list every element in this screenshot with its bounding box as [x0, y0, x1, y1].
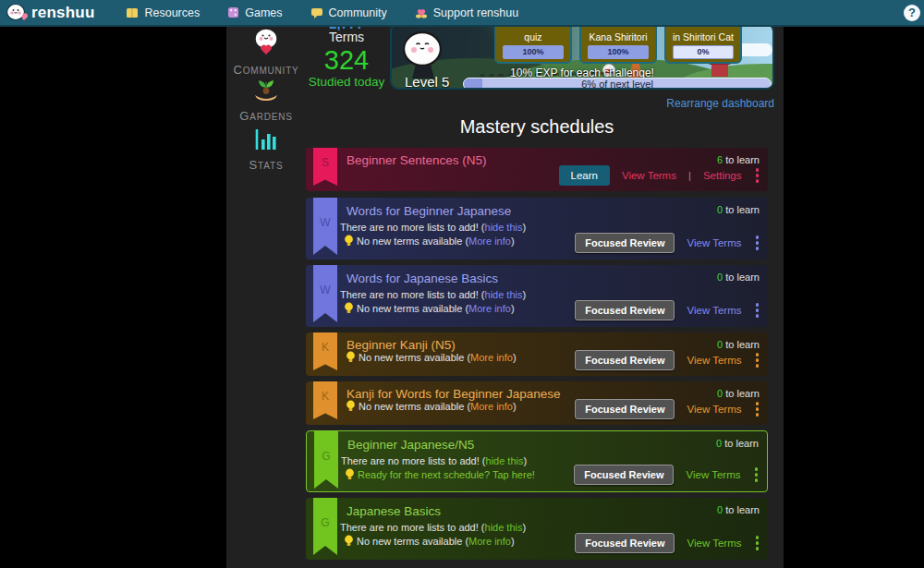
lightbulb-icon [344, 535, 354, 547]
to-learn-count: 0 to learn [717, 339, 760, 350]
kebab-menu-icon[interactable] [753, 465, 760, 484]
nav-item-support[interactable]: Support renshuu [415, 6, 518, 19]
heart-hands-icon [415, 6, 428, 18]
schedule-notes: There are no more lists to add! (hide th… [341, 455, 535, 481]
challenge-progressbar: 100% [503, 45, 564, 59]
schedule-ribbon: W [313, 198, 337, 255]
more-info-link[interactable]: More info [468, 536, 511, 547]
schedule-title[interactable]: Beginner Japanese/N5 [347, 438, 474, 452]
schedule-notes: There are no more lists to add! (hide th… [340, 522, 526, 548]
challenge-box-kana-shiritori[interactable]: Kana Shiritori 100% [579, 23, 657, 64]
sidebar-item-community[interactable]: Community [226, 27, 306, 77]
to-learn-count: 6 to learn [717, 154, 760, 165]
focused-review-button[interactable]: Focused Review [575, 350, 675, 370]
schedule-title[interactable]: Japanese Basics [346, 504, 441, 518]
help-icon[interactable]: ? [904, 5, 920, 21]
schedule-ribbon: W [313, 265, 337, 322]
focused-review-button[interactable]: Focused Review [575, 300, 675, 320]
kebab-menu-icon[interactable] [754, 234, 761, 252]
hide-this-link[interactable]: hide this [486, 455, 524, 466]
challenge-box-quiz[interactable]: quiz 100% [494, 23, 572, 64]
nav-item-resources[interactable]: Resources [126, 6, 200, 19]
hide-this-link[interactable]: hide this [485, 222, 523, 233]
schedule-title[interactable]: Beginner Sentences (N5) [346, 153, 487, 167]
schedule-card-beginner-sentences: S Beginner Sentences (N5) 6 to learn Lea… [306, 148, 768, 191]
lightbulb-icon [345, 468, 355, 480]
schedule-ribbon: S [313, 148, 337, 186]
lightbulb-icon [346, 351, 356, 363]
schedule-card-words-beginner: W Words for Beginner Japanese 0 to learn… [306, 198, 768, 260]
challenge-progressbar: 100% [588, 45, 649, 59]
sidebar-item-gardens[interactable]: Gardens [226, 77, 306, 123]
challenge-progressbar: 0% [673, 45, 734, 59]
lightbulb-icon [344, 235, 354, 247]
view-terms-link[interactable]: View Terms [687, 538, 741, 549]
to-learn-count: 0 to learn [716, 438, 759, 449]
schedule-title[interactable]: Words for Japanese Basics [346, 272, 498, 285]
more-info-link[interactable]: More info [468, 236, 511, 247]
focused-review-button[interactable]: Focused Review [574, 465, 674, 485]
view-terms-link[interactable]: View Terms [686, 469, 740, 480]
view-terms-link[interactable]: View Terms [687, 355, 741, 366]
schedule-card-words-basics: W Words for Japanese Basics 0 to learn T… [306, 265, 768, 327]
seedling-hand-icon [249, 77, 283, 103]
view-terms-link[interactable]: View Terms [687, 404, 741, 415]
level-widget: quiz 100% Kana Shiritori 100% in Shirito… [390, 23, 774, 90]
book-icon [126, 7, 139, 18]
schedule-title[interactable]: Words for Beginner Japanese [346, 204, 511, 218]
schedule-title[interactable]: Beginner Kanji (N5) [346, 338, 456, 352]
schedule-card-beginner-kanji: K Beginner Kanji (N5) 0 to learn No new … [306, 332, 768, 376]
dashboard-content: 2,777 Terms 324 Studied today Community [226, 0, 784, 568]
focused-review-button[interactable]: Focused Review [575, 533, 675, 553]
kebab-menu-icon[interactable] [754, 301, 761, 320]
settings-link[interactable]: Settings [703, 170, 742, 181]
schedule-card-japanese-basics: G Japanese Basics 0 to learn There are n… [306, 498, 768, 560]
hide-this-link[interactable]: hide this [485, 289, 523, 300]
mastery-schedules-title: Mastery schedules [306, 116, 768, 138]
kebab-menu-icon[interactable] [754, 351, 761, 369]
lightbulb-icon [344, 302, 354, 314]
schedule-notes: No new terms available (More info) [346, 400, 517, 412]
schedule-card-beginner-japanese-n5: G Beginner Japanese/N5 0 to learn There … [306, 430, 768, 492]
to-learn-count: 0 to learn [717, 388, 760, 399]
focused-review-button[interactable]: Focused Review [575, 399, 675, 419]
to-learn-count: 0 to learn [717, 204, 760, 215]
top-navbar: renshuu Resources Games Community Suppor… [0, 0, 924, 27]
view-terms-link[interactable]: View Terms [687, 237, 741, 248]
kebab-menu-icon[interactable] [754, 400, 761, 418]
schedule-card-kanji-for-words: K Kanji for Words for Beginner Japanese … [306, 381, 768, 425]
next-schedule-link[interactable]: Ready for the next schedule? Tap here! [358, 469, 535, 480]
learn-button[interactable]: Learn [559, 165, 610, 186]
nav-item-games[interactable]: Games [227, 6, 282, 19]
schedule-title[interactable]: Kanji for Words for Beginner Japanese [346, 387, 561, 401]
renshuu-logo[interactable]: renshuu [6, 3, 94, 23]
to-learn-count: 0 to learn [717, 504, 760, 515]
more-info-link[interactable]: More info [470, 352, 513, 363]
schedule-notes: No new terms available (More info) [346, 351, 517, 363]
rearrange-dashboard-link[interactable]: Rearrange dashboard [666, 97, 774, 110]
schedule-ribbon: G [313, 498, 337, 555]
level-progressbar: 6% of next level [463, 78, 772, 90]
kebab-menu-icon[interactable] [754, 166, 761, 185]
lightbulb-icon [346, 400, 356, 412]
renshuu-mascot-icon [6, 3, 28, 23]
schedule-notes: There are no more lists to add! (hide th… [340, 289, 526, 315]
focused-review-button[interactable]: Focused Review [575, 233, 675, 253]
sidebar-item-stats[interactable]: Stats [226, 127, 306, 172]
speech-bubble-icon [310, 7, 323, 18]
schedule-notes: There are no more lists to add! (hide th… [340, 222, 526, 248]
renshuu-dashboard: 2,777 Terms 324 Studied today Community [0, 0, 924, 568]
to-learn-count: 0 to learn [717, 272, 760, 283]
more-info-link[interactable]: More info [470, 401, 513, 412]
view-terms-link[interactable]: View Terms [622, 170, 676, 181]
challenge-box-shiritori-cat[interactable]: in Shiritori Cat 0% [664, 23, 742, 64]
view-terms-link[interactable]: View Terms [687, 305, 741, 316]
hide-this-link[interactable]: hide this [485, 522, 523, 533]
schedule-ribbon: K [313, 381, 337, 419]
kebab-menu-icon[interactable] [754, 534, 761, 552]
bar-chart-icon [253, 127, 279, 151]
dice-icon [227, 6, 239, 18]
more-info-link[interactable]: More info [468, 303, 511, 314]
nav-item-community[interactable]: Community [310, 6, 387, 19]
level-label: Level 5 [405, 74, 449, 90]
